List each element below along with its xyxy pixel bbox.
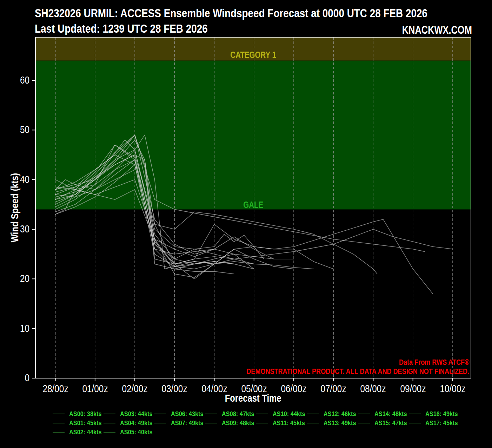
legend-column-3: AS06: 43ktsAS07: 49kts [154,409,205,437]
legend-label: AS10: 44kts [273,410,305,418]
y-tick-label-20: 20 [0,273,29,284]
legend-label: AS07: 49kts [171,419,204,427]
legend-item-AS07: AS07: 49kts [154,419,205,428]
legend-line-swatch [358,423,370,423]
legend-item-AS05: AS05: 40kts [104,428,154,437]
y-tick-label-60: 60 [0,74,29,86]
legend-item-AS04: AS04: 49kts [104,419,154,428]
legend-item-AS14: AS14: 48kts [358,409,409,419]
legend-column-1: AS00: 38ktsAS01: 45ktsAS02: 44kts [53,409,104,437]
y-tick-label-30: 30 [0,223,29,235]
demo-warning: DEMONSTRATIONAL PRODUCT. ALL DATA AND DE… [153,367,469,376]
legend-column-7: AS14: 48ktsAS15: 47kts [358,409,409,437]
demo-warning-text: DEMONSTRATIONAL PRODUCT. ALL DATA AND DE… [246,367,469,376]
y-tick-label-0: 0 [0,372,29,384]
x-tick-label-09/00z: 09/00z [392,383,434,395]
x-tick-label-28/00z: 28/00z [35,383,76,395]
gale-band [35,60,471,209]
legend-item-AS06: AS06: 43kts [154,409,205,419]
x-tick-label-04/00z: 04/00z [194,383,235,395]
y-axis-title: Wind Speed (kts) [9,157,21,258]
legend-item-AS09: AS09: 48kts [205,419,256,428]
legend-line-swatch [154,423,166,423]
legend-column-5: AS10: 44ktsAS11: 45kts [256,409,307,437]
y-tick-label-40: 40 [0,174,29,185]
x-tick-label-02/00z: 02/00z [114,383,155,395]
y-tick-label-50: 50 [0,124,29,136]
legend-column-4: AS08: 47ktsAS09: 48kts [205,409,256,437]
legend-label: AS02: 44kts [69,428,102,436]
gale-band-label: GALE [183,200,324,210]
legend-label: AS09: 48kts [222,419,254,427]
legend-label: AS14: 48kts [374,410,407,418]
legend-line-swatch [358,414,370,414]
category1-band-label-text: CATEGORY 1 [230,50,276,60]
data-source-credit: Data From RWS ATCF® [153,358,469,367]
legend-label: AS00: 38kts [69,410,102,418]
legend-item-AS03: AS03: 44kts [104,409,154,419]
legend-line-swatch [104,423,115,423]
x-tick-label-08/00z: 08/00z [353,383,394,395]
legend-line-swatch [53,414,65,414]
legend-label: AS08: 47kts [222,410,254,418]
legend-line-swatch [104,414,115,414]
legend-item-AS00: AS00: 38kts [53,409,104,419]
legend-line-swatch [409,423,421,423]
legend-line-swatch [256,423,268,423]
legend-label: AS06: 43kts [171,410,204,418]
legend-line-swatch [53,423,65,423]
legend-item-AS17: AS17: 45kts [409,419,460,428]
legend-line-swatch [307,414,319,414]
legend-label: AS13: 49kts [324,419,356,427]
y-tick-label-10: 10 [0,323,29,334]
legend-column-8: AS16: 49ktsAS17: 45kts [409,409,460,437]
legend-item-AS08: AS08: 47kts [205,409,256,419]
data-source-credit-text: Data From RWS ATCF® [399,358,469,367]
legend-line-swatch [307,423,319,423]
legend-line-swatch [53,432,65,433]
legend-line-swatch [256,414,268,414]
category1-band-label: CATEGORY 1 [183,50,324,60]
ensemble-legend: AS00: 38ktsAS01: 45ktsAS02: 44ktsAS03: 4… [53,409,460,437]
x-tick-label-10/00z: 10/00z [432,383,473,395]
x-tick-label-03/00z: 03/00z [154,383,195,395]
legend-item-AS11: AS11: 45kts [256,419,307,428]
legend-line-swatch [205,414,217,414]
legend-line-swatch [154,414,166,414]
x-tick-label-01/00z: 01/00z [74,383,116,395]
legend-column-2: AS03: 44ktsAS04: 49ktsAS05: 40kts [104,409,154,437]
x-tick-label-05/00z: 05/00z [233,383,275,395]
legend-item-AS15: AS15: 47kts [358,419,409,428]
legend-label: AS11: 45kts [273,419,305,427]
legend-item-AS12: AS12: 46kts [307,409,358,419]
legend-line-swatch [409,414,421,414]
legend-label: AS12: 46kts [324,410,356,418]
legend-label: AS05: 40kts [120,428,153,436]
forecast-chart [0,0,492,448]
legend-label: AS04: 49kts [120,419,153,427]
gale-band-label-text: GALE [243,200,263,210]
legend-label: AS16: 49kts [425,410,458,418]
legend-label: AS17: 45kts [425,419,458,427]
legend-label: AS01: 45kts [69,419,102,427]
windspeed-forecast-page: SH232026 URMIL: ACCESS Ensemble Windspee… [0,0,492,448]
legend-label: AS15: 47kts [374,419,407,427]
legend-item-AS10: AS10: 44kts [256,409,307,419]
legend-item-AS02: AS02: 44kts [53,428,104,437]
legend-item-AS16: AS16: 49kts [409,409,460,419]
legend-item-AS01: AS01: 45kts [53,419,104,428]
legend-column-6: AS12: 46ktsAS13: 49kts [307,409,358,437]
legend-item-AS13: AS13: 49kts [307,419,358,428]
legend-line-swatch [104,432,115,433]
legend-label: AS03: 44kts [120,410,153,418]
x-tick-label-06/00z: 06/00z [273,383,314,395]
x-tick-label-07/00z: 07/00z [313,383,354,395]
legend-line-swatch [205,423,217,423]
